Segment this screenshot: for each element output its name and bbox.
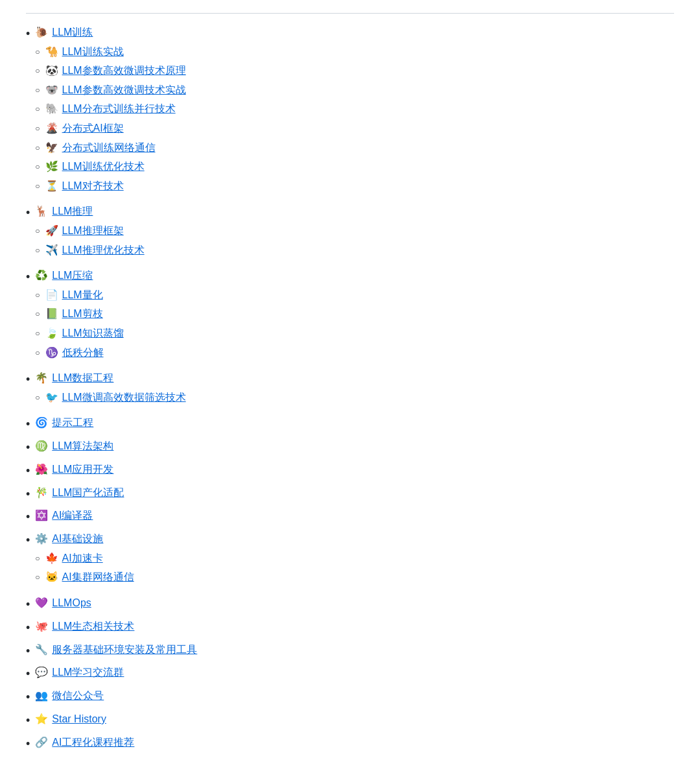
nav-link-llm-inference-framework[interactable]: LLM推理框架 [62,222,124,239]
nav-item-llm-training: 🐌LLM训练🐪LLM训练实战🐼LLM参数高效微调技术原理🐨LLM参数高效微调技术… [26,24,674,199]
emoji-llm-app-dev: 🌺 [35,461,48,478]
nav-link-llm-compression[interactable]: LLM压缩 [52,267,93,284]
sub-list-llm-training: 🐪LLM训练实战🐼LLM参数高效微调技术原理🐨LLM参数高效微调技术实战🐘LLM… [35,43,185,197]
nav-item-llm-algorithm-arch: ♍LLM算法架构 [26,438,674,457]
emoji-llm-alignment: ⏳ [45,178,58,195]
nav-link-ai-cluster-network[interactable]: AI集群网络通信 [62,569,134,586]
emoji-llm-param-finetune-practice: 🐨 [45,82,58,99]
nav-item-llm-domestic: 🎋LLM国产化适配 [26,484,674,504]
nav-item-llmops: 💜LLMOps [26,595,674,614]
emoji-llm-study-group: 💬 [35,664,48,681]
emoji-llm-ecosystem: 🐙 [35,618,48,635]
nav-link-ai-compiler[interactable]: AI编译器 [52,507,93,524]
nav-link-ai-infra[interactable]: AI基础设施 [52,530,103,547]
nav-item-llm-inference: 🦌LLM推理🚀LLM推理框架✈️LLM推理优化技术 [26,203,674,263]
nav-link-ai-course-recommend[interactable]: AI工程化课程推荐 [52,734,134,751]
sub-list-ai-infra: 🍁AI加速卡🐱AI集群网络通信 [35,550,134,588]
emoji-llm-distributed-training: 🐘 [45,101,58,117]
emoji-llm-pruning: 📗 [45,305,58,322]
emoji-llm-distillation: 🍃 [45,325,58,342]
emoji-llmops: 💜 [35,595,48,612]
nav-link-llm-inference[interactable]: LLM推理 [52,203,93,220]
nav-link-distributed-training-network[interactable]: 分布式训练网络通信 [62,139,156,156]
nav-item-wechat-public: 👥微信公众号 [26,687,674,707]
sub-list-llm-compression: 📄LLM量化📗LLM剪枝🍃LLM知识蒸馏♑低秩分解 [35,287,123,363]
nav-item-ai-accelerator: 🍁AI加速卡 [35,550,134,567]
nav-link-llm-distributed-training[interactable]: LLM分布式训练并行技术 [62,101,176,117]
nav-link-llm-distillation[interactable]: LLM知识蒸馏 [62,325,124,342]
emoji-llm-inference-opt: ✈️ [45,242,58,259]
nav-item-llm-compression: ♻️LLM压缩📄LLM量化📗LLM剪枝🍃LLM知识蒸馏♑低秩分解 [26,267,674,366]
nav-link-llm-algorithm-arch[interactable]: LLM算法架构 [52,438,113,455]
nav-link-llm-ecosystem[interactable]: LLM生态相关技术 [52,618,134,635]
nav-item-ai-course-recommend: 🔗AI工程化课程推荐 [26,734,674,754]
nav-link-prompt-engineering[interactable]: 提示工程 [52,414,93,431]
nav-link-llm-pruning[interactable]: LLM剪枝 [62,305,103,322]
nav-item-llm-distributed-training: 🐘LLM分布式训练并行技术 [35,101,185,117]
nav-link-llm-training-opt[interactable]: LLM训练优化技术 [62,158,145,175]
nav-item-prompt-engineering: 🌀提示工程 [26,414,674,434]
nav-link-llmops[interactable]: LLMOps [52,595,91,612]
nav-link-llm-data-filter[interactable]: LLM微调高效数据筛选技术 [62,389,186,406]
emoji-ai-course-recommend: 🔗 [35,734,48,751]
nav-link-llm-param-finetune-theory[interactable]: LLM参数高效微调技术原理 [62,62,186,79]
emoji-llm-training-opt: 🌿 [45,158,58,175]
nav-link-low-rank-decomp[interactable]: 低秩分解 [62,344,104,361]
nav-item-llm-quantization: 📄LLM量化 [35,287,123,303]
nav-item-ai-cluster-network: 🐱AI集群网络通信 [35,569,134,586]
emoji-llm-param-finetune-theory: 🐼 [45,62,58,79]
nav-link-llm-quantization[interactable]: LLM量化 [62,287,103,303]
nav-link-distributed-ai-framework[interactable]: 分布式AI框架 [62,120,124,137]
nav-item-ai-compiler: ✡️AI编译器 [26,507,674,527]
nav-link-wechat-public[interactable]: 微信公众号 [52,687,104,704]
nav-item-llm-data-engineering: 🌴LLM数据工程🐦LLM微调高效数据筛选技术 [26,370,674,410]
nav-item-ai-infra: ⚙️AI基础设施🍁AI加速卡🐱AI集群网络通信 [26,530,674,591]
emoji-star-history: ⭐ [35,711,48,728]
nav-link-llm-alignment[interactable]: LLM对齐技术 [62,178,124,195]
emoji-distributed-ai-framework: 🌋 [45,120,58,137]
nav-link-llm-domestic[interactable]: LLM国产化适配 [52,484,124,501]
nav-item-llm-inference-framework: 🚀LLM推理框架 [35,222,144,239]
main-navigation: 🐌LLM训练🐪LLM训练实战🐼LLM参数高效微调技术原理🐨LLM参数高效微调技术… [26,24,674,754]
nav-link-llm-inference-opt[interactable]: LLM推理优化技术 [62,242,145,259]
nav-item-llm-distillation: 🍃LLM知识蒸馏 [35,325,123,342]
emoji-prompt-engineering: 🌀 [35,414,48,431]
emoji-wechat-public: 👥 [35,687,48,704]
nav-item-llm-data-filter: 🐦LLM微调高效数据筛选技术 [35,389,185,406]
nav-item-llm-alignment: ⏳LLM对齐技术 [35,178,185,195]
nav-item-llm-param-finetune-practice: 🐨LLM参数高效微调技术实战 [35,82,185,99]
nav-link-llm-app-dev[interactable]: LLM应用开发 [52,461,113,478]
nav-item-low-rank-decomp: ♑低秩分解 [35,344,123,361]
emoji-ai-accelerator: 🍁 [45,550,58,567]
emoji-server-setup: 🔧 [35,641,48,658]
nav-item-llm-training-opt: 🌿LLM训练优化技术 [35,158,185,175]
emoji-llm-compression: ♻️ [35,267,48,284]
emoji-llm-inference: 🦌 [35,203,48,220]
nav-item-llm-app-dev: 🌺LLM应用开发 [26,461,674,481]
nav-item-llm-param-finetune-theory: 🐼LLM参数高效微调技术原理 [35,62,185,79]
nav-link-llm-param-finetune-practice[interactable]: LLM参数高效微调技术实战 [62,82,186,99]
nav-link-llm-training-practice[interactable]: LLM训练实战 [62,43,124,60]
emoji-llm-training: 🐌 [35,24,48,41]
emoji-low-rank-decomp: ♑ [45,344,58,361]
emoji-ai-infra: ⚙️ [35,530,48,547]
nav-item-llm-pruning: 📗LLM剪枝 [35,305,123,322]
nav-link-ai-accelerator[interactable]: AI加速卡 [62,550,103,567]
nav-item-distributed-ai-framework: 🌋分布式AI框架 [35,120,185,137]
emoji-llm-training-practice: 🐪 [45,43,58,60]
emoji-llm-data-engineering: 🌴 [35,370,48,386]
emoji-ai-cluster-network: 🐱 [45,569,58,586]
nav-link-llm-training[interactable]: LLM训练 [52,24,93,41]
nav-link-star-history[interactable]: Star History [52,711,106,728]
nav-item-star-history: ⭐Star History [26,711,674,730]
sub-list-llm-inference: 🚀LLM推理框架✈️LLM推理优化技术 [35,222,144,261]
nav-item-server-setup: 🔧服务器基础环境安装及常用工具 [26,641,674,661]
nav-link-server-setup[interactable]: 服务器基础环境安装及常用工具 [52,641,197,658]
emoji-ai-compiler: ✡️ [35,507,48,524]
emoji-llm-quantization: 📄 [45,287,58,303]
nav-item-distributed-training-network: 🦅分布式训练网络通信 [35,139,185,156]
nav-item-llm-inference-opt: ✈️LLM推理优化技术 [35,242,144,259]
nav-item-llm-ecosystem: 🐙LLM生态相关技术 [26,618,674,637]
nav-link-llm-data-engineering[interactable]: LLM数据工程 [52,370,113,386]
nav-link-llm-study-group[interactable]: LLM学习交流群 [52,664,124,681]
